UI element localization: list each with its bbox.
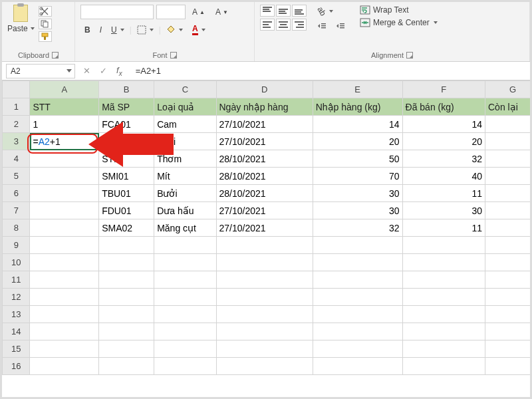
enter-formula-button[interactable]: ✓ xyxy=(100,66,107,76)
borders-button[interactable] xyxy=(133,23,158,37)
increase-indent-button[interactable] xyxy=(332,20,349,32)
cell[interactable]: FDU01 xyxy=(99,202,154,219)
row-header[interactable]: 9 xyxy=(3,237,30,254)
cell[interactable] xyxy=(99,340,154,358)
cell[interactable]: 27/10/2021 xyxy=(216,219,313,237)
cell[interactable]: Mã SP xyxy=(99,98,154,116)
cut-button[interactable] xyxy=(39,6,52,17)
paste-icon[interactable] xyxy=(13,5,28,22)
cell[interactable]: 11 xyxy=(402,185,485,202)
cell[interactable] xyxy=(402,306,485,323)
row-header[interactable]: 4 xyxy=(3,150,30,168)
cell[interactable]: TXO xyxy=(99,133,154,150)
format-painter-button[interactable] xyxy=(39,31,52,42)
row-header[interactable]: 11 xyxy=(3,271,30,289)
align-left-button[interactable] xyxy=(260,19,275,31)
cell[interactable]: 28/10/2021 xyxy=(216,185,313,202)
cell[interactable] xyxy=(485,219,530,237)
increase-font-button[interactable]: A▲ xyxy=(188,5,209,19)
cell[interactable] xyxy=(313,306,402,323)
row-header[interactable]: 2 xyxy=(3,116,30,133)
row-header[interactable]: 16 xyxy=(3,358,30,375)
cell[interactable] xyxy=(402,289,485,306)
cell[interactable]: SMA02 xyxy=(99,219,154,237)
cell[interactable] xyxy=(99,323,154,340)
cell[interactable] xyxy=(30,323,99,340)
cell[interactable]: 27/10/2021 xyxy=(216,133,313,150)
cell[interactable] xyxy=(30,237,99,254)
cell[interactable]: Dưa hấu xyxy=(154,202,216,219)
cell[interactable] xyxy=(30,358,99,375)
row-header[interactable]: 15 xyxy=(3,340,30,358)
cell[interactable]: FCA01 xyxy=(99,116,154,133)
cell[interactable] xyxy=(30,150,99,168)
row-header[interactable]: 8 xyxy=(3,219,30,237)
decrease-indent-button[interactable] xyxy=(313,20,331,32)
col-header-B[interactable]: B xyxy=(99,81,154,98)
row-header[interactable]: 5 xyxy=(3,168,30,185)
cell[interactable]: 30 xyxy=(402,202,485,219)
row-header[interactable]: 7 xyxy=(3,202,30,219)
cell[interactable]: 27/10/2021 xyxy=(216,116,313,133)
cell[interactable]: 32 xyxy=(402,150,485,168)
cell[interactable]: Cam xyxy=(154,116,216,133)
cell[interactable]: Nhập hàng (kg) xyxy=(313,98,402,116)
cell[interactable] xyxy=(154,271,216,289)
cell[interactable] xyxy=(30,271,99,289)
cell[interactable] xyxy=(402,254,485,271)
col-header-D[interactable]: D xyxy=(216,81,313,98)
alignment-launcher-icon[interactable] xyxy=(406,52,413,59)
row-header[interactable]: 14 xyxy=(3,323,30,340)
cell[interactable] xyxy=(99,237,154,254)
cell[interactable] xyxy=(216,254,313,271)
orientation-button[interactable]: ab xyxy=(313,5,349,18)
cell[interactable] xyxy=(154,340,216,358)
cell[interactable] xyxy=(485,168,530,185)
wrap-text-button[interactable]: Wrap Text xyxy=(356,5,442,15)
italic-button[interactable]: I xyxy=(96,23,106,37)
cell[interactable] xyxy=(485,306,530,323)
copy-button[interactable] xyxy=(39,19,52,29)
align-top-button[interactable] xyxy=(260,5,275,17)
cell[interactable] xyxy=(30,340,99,358)
cell[interactable] xyxy=(402,237,485,254)
cell[interactable] xyxy=(99,358,154,375)
cell[interactable]: 27/10/2021 xyxy=(216,202,313,219)
cell[interactable]: 20 xyxy=(313,133,402,150)
fill-color-button[interactable] xyxy=(162,23,187,37)
cell[interactable] xyxy=(485,133,530,150)
cell[interactable] xyxy=(216,323,313,340)
col-header-A[interactable]: A xyxy=(30,81,99,98)
cell[interactable]: Thơm xyxy=(154,150,216,168)
cell[interactable]: 28/10/2021 xyxy=(216,168,313,185)
cell[interactable] xyxy=(485,323,530,340)
cell[interactable] xyxy=(154,237,216,254)
cell[interactable]: STT xyxy=(30,98,99,116)
cell[interactable] xyxy=(313,340,402,358)
cell[interactable] xyxy=(216,289,313,306)
font-launcher-icon[interactable] xyxy=(170,52,177,59)
font-color-button[interactable]: A xyxy=(188,22,209,37)
cell[interactable] xyxy=(402,323,485,340)
cell[interactable] xyxy=(154,289,216,306)
cell[interactable] xyxy=(216,237,313,254)
cell[interactable] xyxy=(485,202,530,219)
cell[interactable] xyxy=(313,271,402,289)
clipboard-launcher-icon[interactable] xyxy=(52,52,59,59)
name-box-dropdown-icon[interactable] xyxy=(66,69,72,72)
cell[interactable] xyxy=(216,306,313,323)
col-header-E[interactable]: E xyxy=(313,81,402,98)
row-header[interactable]: 3 xyxy=(3,133,30,150)
cell[interactable] xyxy=(485,116,530,133)
cell[interactable] xyxy=(30,168,99,185)
cell[interactable] xyxy=(485,150,530,168)
cell[interactable] xyxy=(485,271,530,289)
cell[interactable]: 40 xyxy=(402,168,485,185)
cell[interactable] xyxy=(30,289,99,306)
bold-button[interactable]: B xyxy=(80,23,94,37)
align-right-button[interactable] xyxy=(292,19,307,31)
cell[interactable] xyxy=(99,254,154,271)
cell[interactable] xyxy=(485,185,530,202)
cell[interactable] xyxy=(99,306,154,323)
decrease-font-button[interactable]: A▼ xyxy=(211,5,232,19)
